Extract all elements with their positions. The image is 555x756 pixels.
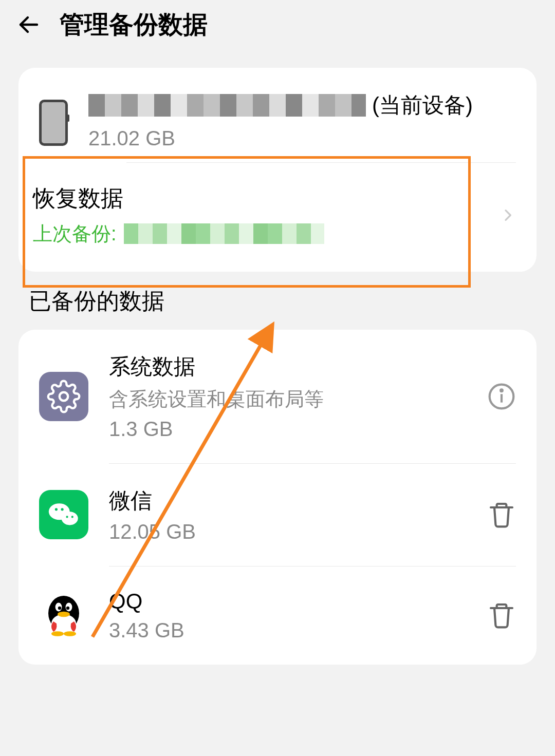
- qq-icon: [39, 591, 88, 640]
- device-suffix: (当前设备): [372, 90, 473, 121]
- app-size: 1.3 GB: [109, 418, 467, 441]
- device-name-redacted: [88, 94, 366, 117]
- data-row-wechat[interactable]: 微信 12.05 GB: [18, 464, 536, 566]
- last-backup-time-redacted: [124, 223, 324, 244]
- chevron-right-icon: [499, 203, 516, 228]
- backed-up-card: 系统数据 含系统设置和桌面布局等 1.3 GB 微信 12.05 GB: [18, 330, 536, 665]
- settings-icon: [39, 372, 88, 421]
- app-title: 系统数据: [109, 352, 467, 381]
- svg-point-6: [62, 512, 78, 525]
- header: 管理备份数据: [0, 0, 555, 49]
- trash-icon[interactable]: [487, 601, 516, 630]
- svg-point-10: [71, 516, 73, 518]
- restore-title: 恢复数据: [33, 183, 499, 214]
- data-row-qq[interactable]: QQ 3.43 GB: [18, 566, 536, 665]
- svg-point-18: [51, 631, 64, 636]
- app-title: QQ: [109, 589, 467, 614]
- svg-point-9: [66, 516, 68, 518]
- page-title: 管理备份数据: [60, 8, 208, 41]
- app-desc: 含系统设置和桌面布局等: [109, 386, 467, 412]
- device-text: (当前设备) 21.02 GB: [88, 90, 516, 150]
- app-size: 12.05 GB: [109, 520, 467, 543]
- app-size: 3.43 GB: [109, 619, 467, 642]
- restore-data-row[interactable]: 恢复数据 上次备份:: [18, 163, 536, 272]
- info-icon[interactable]: [487, 382, 516, 411]
- last-backup-label: 上次备份:: [33, 221, 117, 247]
- phone-icon: [39, 100, 68, 146]
- svg-point-7: [55, 508, 58, 511]
- device-row[interactable]: (当前设备) 21.02 GB: [18, 68, 536, 162]
- svg-point-16: [66, 607, 69, 610]
- svg-point-1: [60, 392, 68, 401]
- svg-point-15: [58, 607, 61, 610]
- wechat-icon: [39, 490, 88, 539]
- svg-point-19: [64, 631, 76, 636]
- trash-icon[interactable]: [487, 500, 516, 529]
- device-card: (当前设备) 21.02 GB 恢复数据 上次备份:: [18, 68, 536, 272]
- device-size: 21.02 GB: [88, 127, 516, 150]
- svg-point-8: [61, 508, 63, 511]
- svg-point-4: [501, 389, 503, 391]
- arrow-left-icon: [16, 12, 41, 37]
- section-title: 已备份的数据: [0, 272, 555, 324]
- svg-point-17: [58, 612, 70, 617]
- back-button[interactable]: [14, 10, 43, 39]
- data-row-system[interactable]: 系统数据 含系统设置和桌面布局等 1.3 GB: [18, 330, 536, 463]
- app-title: 微信: [109, 486, 467, 515]
